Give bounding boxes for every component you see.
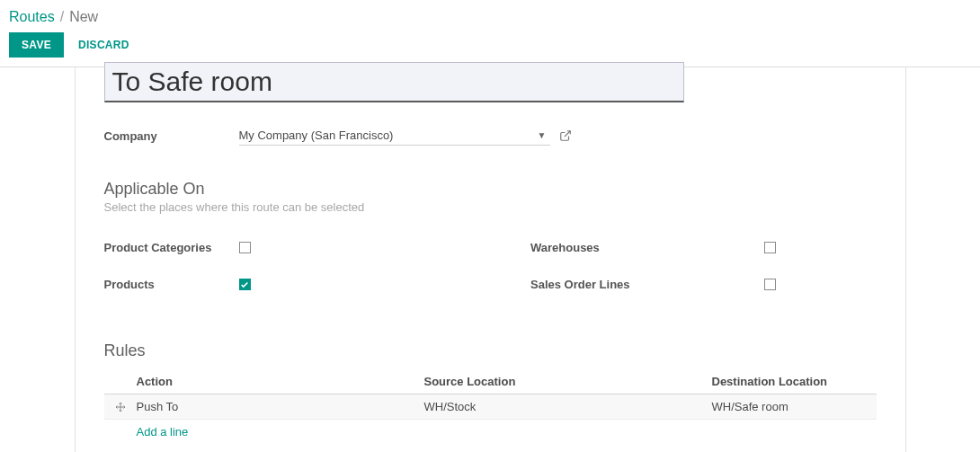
col-header-action: Action [137,375,424,388]
svg-line-0 [564,131,569,137]
company-field: Company My Company (San Francisco) ▼ [104,126,877,146]
route-name-input[interactable] [104,62,684,102]
external-link-icon[interactable] [559,129,572,142]
col-header-source: Source Location [424,375,712,388]
sales-order-lines-row: Sales Order Lines [530,278,877,291]
save-button[interactable]: SAVE [9,32,64,58]
breadcrumb-separator: / [60,9,64,25]
product-categories-checkbox[interactable] [239,242,251,253]
company-value: My Company (San Francisco) [239,126,534,145]
discard-button[interactable]: DISCARD [78,39,129,51]
rules-add-row: Add a line [104,420,877,444]
breadcrumb-root[interactable]: Routes [9,9,55,25]
cell-source: WH/Stock [424,400,712,413]
drag-handle-icon[interactable] [115,402,137,412]
table-row[interactable]: Push To WH/Stock WH/Safe room [104,394,877,420]
applicable-col-left: Product Categories Products [104,241,450,315]
applicable-grid: Product Categories Products Warehouses [104,241,877,315]
applicable-col-right: Warehouses Sales Order Lines [450,241,877,315]
product-categories-label: Product Categories [104,241,239,254]
rules-header-row: Action Source Location Destination Locat… [104,369,877,394]
chevron-down-icon: ▼ [534,130,550,140]
cell-dest: WH/Safe room [712,400,877,413]
warehouses-row: Warehouses [530,241,877,254]
col-header-dest: Destination Location [712,375,877,388]
products-checkbox[interactable] [239,279,251,290]
products-row: Products [104,278,450,291]
form-sheet: Company My Company (San Francisco) ▼ App… [75,67,906,452]
company-select[interactable]: My Company (San Francisco) ▼ [239,126,550,146]
warehouses-checkbox[interactable] [764,242,776,253]
rules-table: Action Source Location Destination Locat… [104,369,877,444]
sales-order-lines-label: Sales Order Lines [530,278,764,291]
header: Routes / New SAVE DISCARD [0,0,980,66]
breadcrumb-current: New [69,9,98,25]
product-categories-row: Product Categories [104,241,450,254]
cell-action: Push To [137,400,424,413]
main-area: Company My Company (San Francisco) ▼ App… [0,67,980,452]
rules-heading: Rules [104,341,877,360]
add-line-button[interactable]: Add a line [137,425,189,439]
applicable-heading: Applicable On [104,180,877,199]
products-label: Products [104,278,239,291]
company-label: Company [104,129,239,143]
applicable-help: Select the places where this route can b… [104,200,877,214]
sales-order-lines-checkbox[interactable] [764,279,776,290]
breadcrumb: Routes / New [9,9,966,25]
warehouses-label: Warehouses [530,241,764,254]
